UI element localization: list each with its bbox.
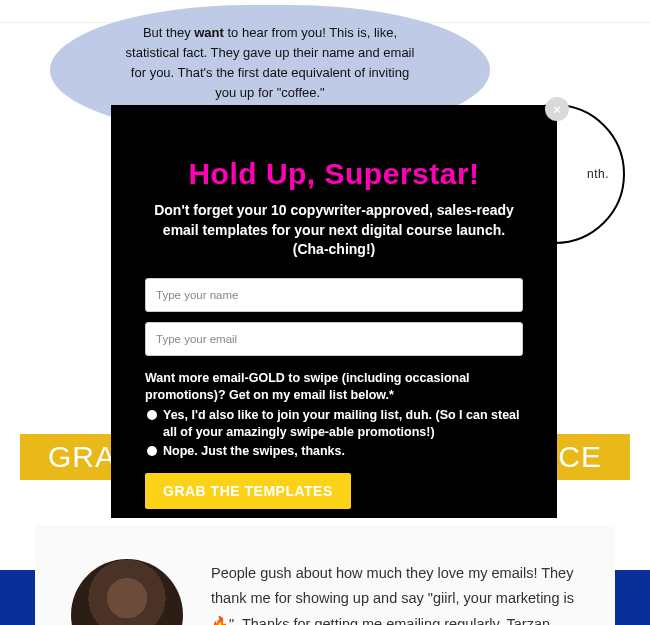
testimonial-l1: People gush about how much they love my … <box>211 565 573 581</box>
blob-l1-post: to hear from you! This is, like, <box>224 25 397 40</box>
name-input[interactable] <box>145 278 523 312</box>
radio-option-yes[interactable]: Yes, I'd also like to join your mailing … <box>145 407 523 441</box>
radio-icon <box>147 410 157 420</box>
modal-title: Hold Up, Superstar! <box>145 157 523 191</box>
testimonial-l2: thank me for showing up and say "giirl, … <box>211 590 574 606</box>
radio-icon <box>147 446 157 456</box>
blob-l1-pre: But they <box>143 25 194 40</box>
popup-modal: × Hold Up, Superstar! Don't forget your … <box>111 105 557 518</box>
hero-speech-text: But they want to hear from you! This is,… <box>126 23 415 104</box>
blob-l2: statistical fact. They gave up their nam… <box>126 45 415 60</box>
cta-label: GRAB THE TEMPLATES <box>163 483 333 499</box>
blob-l4: you up for "coffee." <box>215 85 324 100</box>
radio-yes-label: Yes, I'd also like to join your mailing … <box>163 407 523 441</box>
avatar <box>71 559 183 625</box>
radio-question: Want more email-GOLD to swipe (including… <box>145 370 523 405</box>
radio-option-no[interactable]: Nope. Just the swipes, thanks. <box>145 443 523 460</box>
blob-l3: for you. That's the first date equivalen… <box>131 65 409 80</box>
close-button[interactable]: × <box>545 97 569 121</box>
radio-no-label: Nope. Just the swipes, thanks. <box>163 443 345 460</box>
testimonial-text: People gush about how much they love my … <box>211 553 574 625</box>
email-input[interactable] <box>145 322 523 356</box>
page-root: But they want to hear from you! This is,… <box>0 0 650 625</box>
testimonial-l3: 🔥". Thanks for getting me emailing regul… <box>211 616 554 625</box>
close-icon: × <box>553 102 561 117</box>
outline-circle-text: nth. <box>587 167 609 181</box>
modal-subtitle: Don't forget your 10 copywriter-approved… <box>145 201 523 260</box>
blob-l1-bold: want <box>194 25 224 40</box>
testimonial-card: People gush about how much they love my … <box>35 525 615 625</box>
grab-templates-button[interactable]: GRAB THE TEMPLATES <box>145 473 351 509</box>
